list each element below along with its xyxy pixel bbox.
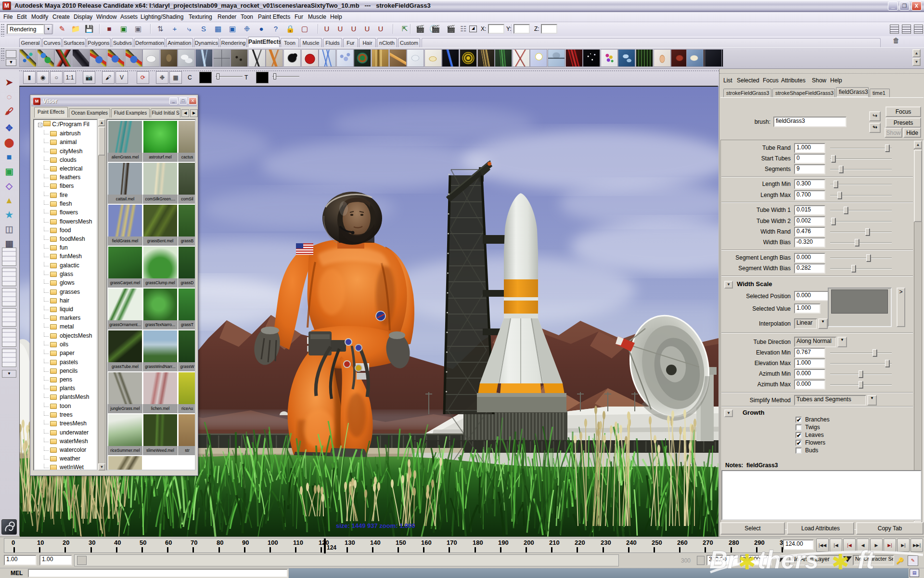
svg-text:size: 1449 937 zoom: 1.000: size: 1449 937 zoom: 1.000 bbox=[336, 522, 415, 529]
